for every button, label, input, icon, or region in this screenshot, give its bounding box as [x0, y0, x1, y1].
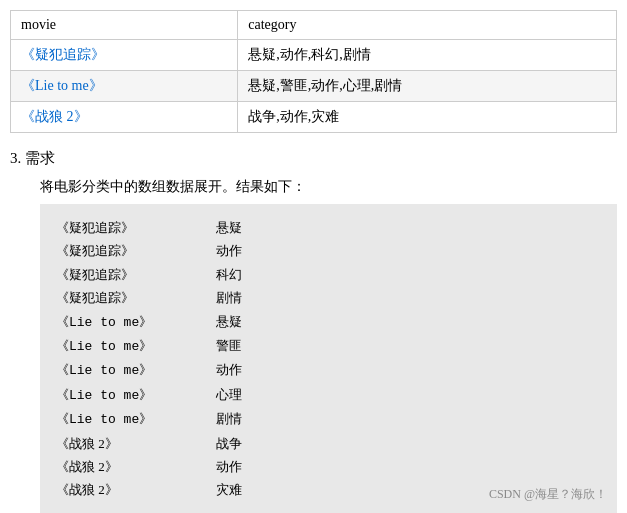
code-movie-name: 《疑犯追踪》	[56, 216, 216, 239]
movie-link[interactable]: 《疑犯追踪》	[21, 47, 105, 62]
table-cell-movie: 《疑犯追踪》	[11, 40, 238, 71]
table-cell-category: 悬疑,动作,科幻,剧情	[238, 40, 617, 71]
movie-link[interactable]: 《战狼 2》	[21, 109, 88, 124]
table-cell-category: 战争,动作,灾难	[238, 102, 617, 133]
code-movie-name: 《疑犯追踪》	[56, 239, 216, 262]
list-item: 《疑犯追踪》剧情	[56, 286, 601, 309]
data-table-container: movie category 《疑犯追踪》悬疑,动作,科幻,剧情《Lie to …	[10, 10, 617, 133]
list-item: 《Lie to me》警匪	[56, 334, 601, 358]
code-movie-name: 《战狼 2》	[56, 455, 216, 478]
code-category-value: 动作	[216, 455, 242, 478]
code-category-value: 悬疑	[216, 216, 242, 239]
code-category-value: 科幻	[216, 263, 242, 286]
movies-table: movie category 《疑犯追踪》悬疑,动作,科幻,剧情《Lie to …	[10, 10, 617, 133]
code-category-value: 动作	[216, 358, 242, 381]
code-output-block: 《疑犯追踪》悬疑《疑犯追踪》动作《疑犯追踪》科幻《疑犯追踪》剧情《Lie to …	[40, 204, 617, 513]
code-category-value: 悬疑	[216, 310, 242, 333]
code-movie-name: 《Lie to me》	[56, 408, 216, 431]
code-movie-name: 《战狼 2》	[56, 432, 216, 455]
section-heading: 3. 需求	[10, 149, 617, 168]
code-category-value: 心理	[216, 383, 242, 406]
code-movie-name: 《Lie to me》	[56, 384, 216, 407]
code-movie-name: 《战狼 2》	[56, 478, 216, 501]
section-title: 需求	[25, 150, 55, 166]
code-category-value: 灾难	[216, 478, 242, 501]
list-item: 《Lie to me》动作	[56, 358, 601, 382]
code-category-value: 剧情	[216, 286, 242, 309]
code-movie-name: 《Lie to me》	[56, 359, 216, 382]
code-category-value: 警匪	[216, 334, 242, 357]
code-movie-name: 《疑犯追踪》	[56, 263, 216, 286]
col-header-movie: movie	[11, 11, 238, 40]
code-category-value: 动作	[216, 239, 242, 262]
code-category-value: 战争	[216, 432, 242, 455]
section-description: 将电影分类中的数组数据展开。结果如下：	[40, 178, 617, 196]
section-number: 3.	[10, 150, 21, 166]
list-item: 《Lie to me》心理	[56, 383, 601, 407]
movie-link[interactable]: 《Lie to me》	[21, 78, 103, 93]
list-item: 《战狼 2》动作	[56, 455, 601, 478]
code-movie-name: 《Lie to me》	[56, 335, 216, 358]
code-movie-name: 《Lie to me》	[56, 311, 216, 334]
list-item: 《疑犯追踪》动作	[56, 239, 601, 262]
table-cell-category: 悬疑,警匪,动作,心理,剧情	[238, 71, 617, 102]
table-cell-movie: 《战狼 2》	[11, 102, 238, 133]
code-category-value: 剧情	[216, 407, 242, 430]
list-item: 《Lie to me》悬疑	[56, 310, 601, 334]
watermark: CSDN @海星？海欣！	[489, 484, 607, 506]
list-item: 《疑犯追踪》悬疑	[56, 216, 601, 239]
table-cell-movie: 《Lie to me》	[11, 71, 238, 102]
col-header-category: category	[238, 11, 617, 40]
list-item: 《战狼 2》战争	[56, 432, 601, 455]
code-movie-name: 《疑犯追踪》	[56, 286, 216, 309]
list-item: 《Lie to me》剧情	[56, 407, 601, 431]
list-item: 《疑犯追踪》科幻	[56, 263, 601, 286]
